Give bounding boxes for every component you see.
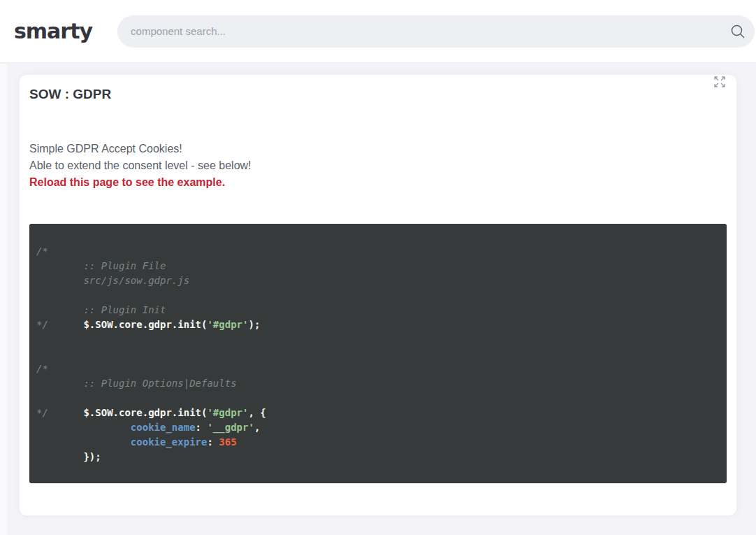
code-line: cookie_name: '__gdpr', (36, 420, 720, 435)
card-header: SOW : GDPR (29, 75, 727, 103)
brand-logo[interactable]: smarty (14, 19, 92, 43)
code-line: /* (36, 362, 720, 376)
page-title: SOW : GDPR (29, 86, 727, 103)
code-line (36, 347, 720, 362)
code-line (36, 288, 720, 303)
expand-fullscreen-icon[interactable] (713, 75, 727, 89)
component-description: Simple GDPR Accept Cookies! Able to exte… (29, 141, 727, 191)
description-line: Able to extend the consent level - see b… (29, 157, 727, 174)
code-line: */ $.SOW.core.gdpr.init('#gdpr', { (36, 406, 720, 420)
code-line: }); (36, 450, 720, 464)
search-icon[interactable] (730, 24, 746, 39)
code-line: cookie_expire: 365 (36, 435, 720, 450)
code-line: src/js/sow.gdpr.js (36, 273, 720, 288)
component-card: SOW : GDPR Simple GDPR Accept Cookies! A… (20, 75, 736, 515)
main-content: SOW : GDPR Simple GDPR Accept Cookies! A… (0, 63, 756, 515)
code-line: /* (36, 244, 720, 259)
search-input[interactable] (117, 15, 755, 48)
code-line: :: Plugin File (36, 259, 720, 273)
code-line (36, 391, 720, 406)
component-search-bar[interactable] (117, 15, 755, 48)
app-header: smarty (0, 0, 756, 63)
code-line: :: Plugin Options|Defaults (36, 376, 720, 391)
left-gutter (0, 64, 7, 535)
code-line: :: Plugin Init (36, 303, 720, 318)
code-line: */ $.SOW.core.gdpr.init('#gdpr'); (36, 318, 720, 332)
code-block[interactable]: /* :: Plugin File src/js/sow.gdpr.js :: … (29, 224, 727, 483)
code-line (36, 332, 720, 347)
reload-alert-text: Reload this page to see the example. (29, 174, 727, 191)
description-line: Simple GDPR Accept Cookies! (29, 141, 727, 157)
